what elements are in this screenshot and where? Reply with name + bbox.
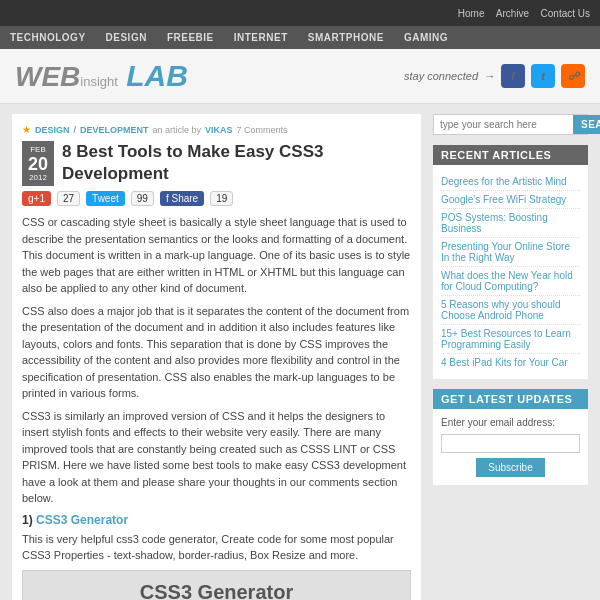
stay-connected-label: stay connected — [404, 70, 478, 82]
facebook-icon[interactable]: f — [501, 64, 525, 88]
gplus-button[interactable]: g+1 — [22, 191, 51, 206]
article-para1: CSS or cascading style sheet is basicall… — [22, 214, 411, 297]
section1-desc: This is very helpful css3 code generator… — [22, 531, 411, 564]
top-nav-links: Home Archive Contact Us — [450, 6, 590, 20]
logo-web-text: WEB — [15, 61, 80, 92]
rss-icon[interactable]: ☍ — [561, 64, 585, 88]
twitter-icon[interactable]: t — [531, 64, 555, 88]
subscribe-section: Get Latest Updates Enter your email addr… — [433, 389, 588, 485]
arrow-icon: → — [484, 70, 495, 82]
recent-articles-title: Recent Articles — [433, 145, 588, 165]
archive-link[interactable]: Archive — [496, 8, 529, 19]
recent-link-5[interactable]: 5 Reasons why you should Choose Android … — [441, 296, 580, 325]
logo-insight-text: insight — [80, 74, 118, 89]
article-meta: ★ Design / Development an article by Vik… — [22, 124, 411, 135]
logo-lab-text: LAB — [118, 59, 188, 92]
search-input[interactable] — [434, 115, 573, 134]
subscribe-title: Get Latest Updates — [433, 389, 588, 409]
meta-comments: 7 Comments — [237, 125, 288, 135]
recent-link-6[interactable]: 15+ Best Resources to Learn Programming … — [441, 325, 580, 354]
home-link[interactable]: Home — [458, 8, 485, 19]
star-icon: ★ — [22, 124, 31, 135]
top-nav: Home Archive Contact Us — [0, 0, 600, 26]
recent-articles-section: Recent Articles Degrees for the Artistic… — [433, 145, 588, 379]
recent-link-0[interactable]: Degrees for the Artistic Mind — [441, 173, 580, 191]
meta-separator: / — [74, 125, 77, 135]
css3gen-box: CSS3 Generator Box Resize ▼ Resize: Choo… — [22, 570, 411, 600]
recent-link-4[interactable]: What does the New Year hold for Cloud Co… — [441, 267, 580, 296]
cat-internet[interactable]: Internet — [224, 26, 298, 49]
main-layout: ★ Design / Development an article by Vik… — [0, 104, 600, 600]
subscribe-text: Enter your email address: — [441, 417, 580, 428]
cat-freebie[interactable]: Freebie — [157, 26, 224, 49]
site-logo: WEBinsight LAB — [15, 59, 188, 93]
gplus-count: 27 — [57, 191, 80, 206]
cat-technology[interactable]: Technology — [0, 26, 96, 49]
tweet-count: 99 — [131, 191, 154, 206]
tweet-button[interactable]: Tweet — [86, 191, 125, 206]
sidebar: searCH Recent Articles Degrees for the A… — [433, 114, 588, 600]
date-badge: Feb 20 2012 — [22, 141, 54, 186]
category-development-link[interactable]: Development — [80, 125, 149, 135]
recent-link-3[interactable]: Presenting Your Online Store In the Righ… — [441, 238, 580, 267]
article-title: 8 Best Tools to Make Easy CSS3 Developme… — [22, 141, 411, 185]
date-year: 2012 — [28, 173, 48, 183]
section1-title: 1) CSS3 Generator — [22, 513, 411, 527]
article-para2: CSS also does a major job that is it sep… — [22, 303, 411, 402]
recent-link-7[interactable]: 4 Best iPad Kits for Your Car — [441, 354, 580, 371]
recent-link-1[interactable]: Google's Free WiFi Strategy — [441, 191, 580, 209]
subscribe-button[interactable]: Subscribe — [476, 458, 544, 477]
share-button[interactable]: f Share — [160, 191, 204, 206]
contact-link[interactable]: Contact Us — [541, 8, 590, 19]
recent-link-2[interactable]: POS Systems: Boosting Business — [441, 209, 580, 238]
meta-article-by: an article by — [153, 125, 202, 135]
stay-connected-section: stay connected → f t ☍ — [404, 64, 585, 88]
article-header: Feb 20 2012 8 Best Tools to Make Easy CS… — [22, 141, 411, 191]
date-day: 20 — [28, 155, 48, 173]
cat-smartphone[interactable]: Smartphone — [298, 26, 394, 49]
article-content: ★ Design / Development an article by Vik… — [12, 114, 421, 600]
category-design-link[interactable]: Design — [35, 125, 70, 135]
search-box: searCH — [433, 114, 588, 135]
search-button[interactable]: searCH — [573, 115, 600, 134]
author-link[interactable]: Vikas — [205, 125, 233, 135]
css3gen-title: CSS3 Generator — [33, 581, 400, 600]
category-bar: Technology Design Freebie Internet Smart… — [0, 26, 600, 49]
cat-gaming[interactable]: Gaming — [394, 26, 458, 49]
social-buttons: g+1 27 Tweet 99 f Share 19 — [22, 191, 411, 206]
email-input[interactable] — [441, 434, 580, 453]
cat-design[interactable]: Design — [96, 26, 157, 49]
article-para3: CSS3 is similarly an improved version of… — [22, 408, 411, 507]
site-header: WEBinsight LAB stay connected → f t ☍ — [0, 49, 600, 104]
share-count: 19 — [210, 191, 233, 206]
css3gen-link[interactable]: CSS3 Generator — [36, 513, 128, 527]
